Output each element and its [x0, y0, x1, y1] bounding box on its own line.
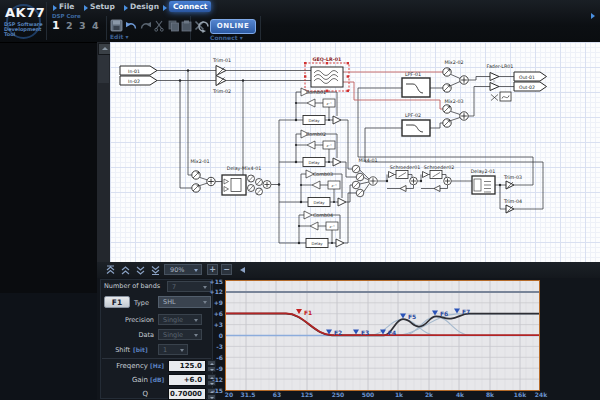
x-tick: 2k	[418, 391, 440, 398]
block-lpf-01[interactable]: LPF-01	[402, 72, 430, 98]
block-fader-lr01[interactable]: Fader-LR01	[487, 64, 514, 102]
core-select-4[interactable]: 4	[92, 20, 99, 31]
menu-connect[interactable]: Connect	[169, 1, 211, 12]
redo-icon[interactable]	[139, 19, 152, 32]
corner-expand-icon[interactable]	[591, 13, 595, 19]
block-comb01[interactable]: Delay z⁻¹ Comb01	[301, 88, 341, 125]
z-label: z⁻¹	[326, 144, 332, 148]
precision-label: Precision	[104, 316, 154, 324]
block-label: Comb03	[313, 172, 333, 177]
setup-menu-arrow-icon	[84, 5, 88, 11]
undo-icon[interactable]	[125, 19, 138, 32]
block-mix4-01[interactable]: Mix4-01	[352, 158, 377, 197]
menu-file[interactable]: File	[59, 2, 74, 11]
edit-dropdown[interactable]: Edit ▾	[110, 33, 128, 40]
signal-wires	[157, 71, 543, 244]
block-label: Trim-04	[503, 199, 522, 204]
block-delay-mix4-01[interactable]: Delay-Mix4-01	[222, 166, 271, 195]
logo-subtitle-line3: Tool	[4, 32, 15, 37]
save-icon[interactable]	[110, 19, 123, 32]
block-lpf-02[interactable]: LPF-02	[402, 113, 430, 136]
band-select-button[interactable]: F1	[104, 296, 130, 308]
block-out-02[interactable]: Out-02	[514, 82, 547, 91]
collapse-panel-icon[interactable]	[240, 267, 245, 273]
marker-label: F3	[361, 329, 369, 336]
block-comb02[interactable]: Delay z⁻¹ Comb02	[301, 130, 341, 167]
zoom-in-button[interactable]: +	[207, 264, 218, 275]
block-trim-02[interactable]: Trim-02	[212, 76, 231, 94]
zoom-level-select[interactable]: 90%	[164, 264, 202, 275]
block-mix2-02[interactable]: Mix2-02	[443, 60, 468, 93]
block-label: Delay2-01	[471, 169, 496, 174]
block-label: Schroeder01	[390, 165, 421, 170]
q-step-down[interactable]	[207, 394, 216, 400]
cut-icon[interactable]	[153, 19, 166, 32]
block-label: Comb04	[313, 213, 333, 218]
block-label: Trim-01	[212, 58, 231, 63]
canvas-vertical-scrollbar[interactable]	[97, 42, 111, 262]
frequency-label: Freqency	[100, 362, 148, 370]
delay-label: Delay	[308, 160, 320, 165]
block-comb04[interactable]: Delay z⁻¹ Comb04	[304, 211, 344, 248]
connect-dropdown[interactable]: Connect ▾	[210, 34, 243, 41]
module-sidebar: GEQ 1-15 band (LR) GEQ-LR-01 Parameter E…	[0, 293, 97, 400]
core-select-3[interactable]: 3	[79, 20, 86, 31]
core-select-2[interactable]: 2	[66, 20, 73, 31]
online-button[interactable]: ONLINE	[210, 19, 256, 34]
zoom-out-button[interactable]: −	[221, 264, 232, 275]
arrow-down-icon	[210, 383, 214, 385]
block-in-01[interactable]: In-01	[120, 66, 157, 75]
eq-response-graph[interactable]: F1 F2 F3 F4 F5 F6 F7	[225, 280, 540, 391]
canvas-toolbar: 90% + −	[97, 262, 600, 279]
shift-select[interactable]: 1	[158, 344, 188, 355]
block-schroeder01[interactable]: Schroeder01	[389, 165, 421, 192]
block-label: LPF-02	[405, 113, 421, 118]
separator	[46, 2, 47, 40]
expand-all-down-icon[interactable]	[149, 264, 162, 276]
y-tick: +6	[193, 310, 223, 317]
y-tick: +15	[193, 278, 223, 285]
y-tick: +3	[193, 321, 223, 328]
arrow-up-icon	[102, 47, 108, 50]
block-in-02[interactable]: In-02	[120, 76, 157, 85]
block-trim-01[interactable]: Trim-01	[212, 58, 231, 76]
block-trim-03[interactable]: Trim-03	[503, 175, 522, 190]
paste-icon[interactable]	[180, 19, 193, 32]
schematic-canvas[interactable]: In-01 In-02 Trim-01 Trim-02 GEQ-LR	[110, 42, 600, 262]
data-label: Data	[104, 331, 154, 339]
block-label: Comb02	[306, 132, 326, 137]
block-comb03[interactable]: Delay z⁻¹ Comb03	[306, 170, 346, 207]
zoom-level-value: 90%	[170, 266, 184, 274]
delay-label: Delay	[311, 241, 323, 246]
marker-f1[interactable]: F1	[296, 309, 312, 316]
block-geq-lr-01-selected[interactable]: GEQ-LR-01	[304, 57, 349, 93]
marker-label: F5	[408, 313, 416, 320]
block-label: Delay-Mix4-01	[227, 166, 262, 171]
delay-label: Delay	[313, 200, 325, 205]
z-label: z⁻¹	[329, 225, 335, 229]
data-value: Single	[163, 331, 183, 339]
copy-icon[interactable]	[167, 19, 180, 32]
menu-setup[interactable]: Setup	[90, 2, 115, 11]
block-delay2-01[interactable]: Delay2-01	[471, 169, 496, 194]
block-label: Mix4-01	[358, 158, 377, 163]
block-label: Fader-LR01	[487, 64, 514, 69]
marker-label: F1	[304, 309, 312, 316]
block-label: Mix2-01	[190, 159, 209, 164]
block-schroeder02[interactable]: Schroeder02	[423, 165, 455, 192]
x-tick: 250	[327, 391, 349, 398]
block-out-01[interactable]: Out-01	[514, 72, 547, 81]
collapse-up-icon[interactable]	[119, 264, 132, 276]
chevron-down-icon	[194, 269, 198, 272]
block-mix2-01[interactable]: Mix2-01	[190, 159, 215, 192]
collapse-all-up-icon[interactable]	[104, 264, 117, 276]
menu-design[interactable]: Design	[130, 2, 159, 11]
block-label: Out-01	[519, 75, 535, 80]
connection-status-icon	[197, 20, 210, 33]
gain-unit: [dB]	[150, 376, 164, 383]
core-select-1[interactable]: 1	[52, 19, 60, 32]
separator	[260, 16, 261, 40]
expand-down-icon[interactable]	[134, 264, 147, 276]
block-trim-04[interactable]: Trim-04	[503, 199, 522, 214]
scrollbar-thumb[interactable]	[98, 55, 109, 83]
